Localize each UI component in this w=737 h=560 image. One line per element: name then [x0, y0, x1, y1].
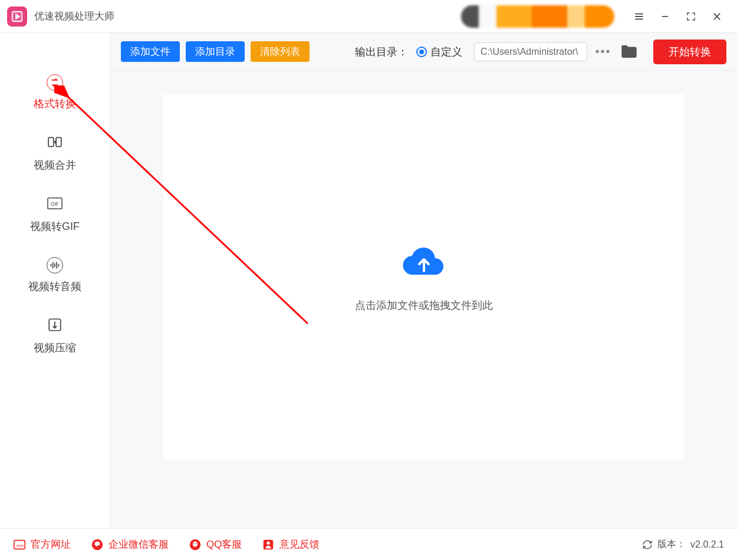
sidebar-item-video-to-gif[interactable]: GIF 视频转GIF [30, 196, 80, 233]
titlebar: 优速视频处理大师 [0, 0, 737, 33]
svg-text:GIF: GIF [51, 201, 59, 207]
svg-point-24 [196, 543, 197, 544]
sidebar-item-format-convert[interactable]: 格式转换 [34, 74, 76, 111]
drop-hint: 点击添加文件或拖拽文件到此 [355, 298, 493, 312]
output-custom-radio[interactable]: 自定义 [416, 45, 462, 59]
open-folder-icon[interactable] [619, 42, 639, 62]
footer-wechat-support[interactable]: 企业微信客服 [91, 538, 169, 551]
close-icon[interactable] [704, 4, 730, 29]
refresh-icon [642, 539, 653, 550]
menu-icon[interactable] [626, 4, 652, 29]
footer-link-label: 企业微信客服 [108, 538, 169, 551]
sidebar-item-video-compress[interactable]: 视频压缩 [34, 317, 76, 355]
footer-link-label: 意见反馈 [279, 538, 320, 551]
sidebar-item-label: 视频合并 [34, 158, 76, 172]
sidebar-item-label: 视频转音频 [28, 279, 81, 294]
workspace: 点击添加文件或拖拽文件到此 [110, 71, 737, 528]
footer-link-label: 官方网址 [31, 538, 71, 551]
drop-area[interactable]: 点击添加文件或拖拽文件到此 [163, 94, 684, 460]
svg-text:.com: .com [15, 543, 24, 547]
start-convert-button[interactable]: 开始转换 [653, 39, 726, 64]
clear-list-button[interactable]: 清除列表 [251, 41, 310, 62]
output-path-input[interactable] [474, 42, 587, 61]
minimize-icon[interactable] [652, 4, 678, 29]
sidebar-item-label: 视频转GIF [30, 219, 80, 233]
fullscreen-icon[interactable] [678, 4, 704, 29]
content-area: 添加文件 添加目录 清除列表 输出目录： 自定义 ••• 开始转换 [110, 33, 737, 528]
radio-checked-icon [416, 47, 427, 57]
merge-icon [47, 134, 62, 152]
radio-label: 自定义 [430, 45, 462, 59]
sidebar-item-video-to-audio[interactable]: 视频转音频 [28, 257, 81, 294]
add-folder-button[interactable]: 添加目录 [186, 41, 245, 62]
version-info[interactable]: 版本： v2.0.2.1 [642, 538, 724, 551]
sidebar-item-label: 格式转换 [34, 97, 76, 111]
output-dir-label: 输出目录： [355, 45, 408, 59]
qq-icon [189, 538, 202, 551]
svg-point-23 [193, 543, 195, 544]
svg-point-26 [267, 541, 271, 545]
version-value: v2.0.2.1 [690, 539, 724, 550]
redacted-user-area [461, 5, 614, 28]
feedback-icon [262, 538, 275, 551]
svg-point-22 [193, 541, 198, 546]
version-label: 版本： [657, 538, 686, 551]
app-title: 优速视频处理大师 [34, 9, 114, 23]
more-options-icon[interactable]: ••• [593, 42, 613, 62]
footer-link-label: QQ客服 [206, 538, 242, 551]
convert-icon [47, 74, 63, 91]
sidebar: 格式转换 视频合并 GIF 视频转GIF 视频转音频 视频压缩 [0, 33, 110, 528]
toolbar: 添加文件 添加目录 清除列表 输出目录： 自定义 ••• 开始转换 [110, 33, 737, 71]
svg-rect-8 [48, 137, 54, 146]
add-file-button[interactable]: 添加文件 [121, 41, 180, 62]
sidebar-item-video-merge[interactable]: 视频合并 [34, 134, 76, 172]
app-logo-icon [7, 6, 27, 27]
footer-official-site[interactable]: .com 官方网址 [13, 538, 71, 551]
sidebar-item-label: 视频压缩 [34, 341, 76, 355]
gif-icon: GIF [47, 196, 62, 213]
footer-qq-support[interactable]: QQ客服 [189, 538, 242, 551]
website-icon: .com [13, 538, 26, 551]
footer-feedback[interactable]: 意见反馈 [262, 538, 320, 551]
compress-icon [47, 317, 62, 335]
svg-rect-9 [56, 137, 61, 146]
cloud-upload-icon [401, 242, 447, 281]
wechat-icon [91, 538, 104, 551]
footer: .com 官方网址 企业微信客服 QQ客服 意见反馈 版本： v2.0.2.1 [0, 528, 737, 560]
audio-icon [47, 257, 63, 274]
